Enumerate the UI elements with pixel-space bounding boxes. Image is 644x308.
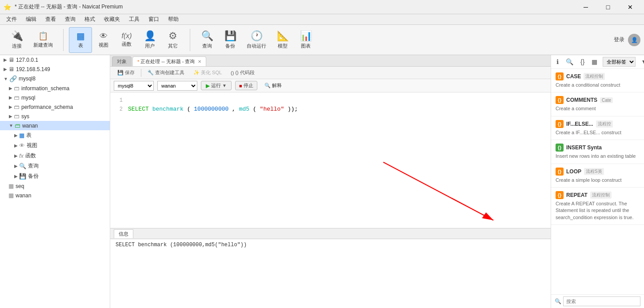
tab-object[interactable]: 对象 xyxy=(112,56,132,66)
expand-arrow-views: ▶ xyxy=(14,143,18,148)
seq-icon: ▦ xyxy=(8,183,14,189)
tables-icon: ▦ xyxy=(19,132,24,139)
connection-select[interactable]: mysql8 xyxy=(114,81,154,91)
view-button[interactable]: 👁 视图 xyxy=(92,27,115,53)
autorun-button[interactable]: 🕐 自动运行 xyxy=(242,27,271,53)
snippet-loop[interactable]: {} LOOP 流程S英 Create a simple loop constr… xyxy=(551,164,644,188)
sidebar-item-mysql-db[interactable]: ▶ 🗃 mysql xyxy=(0,93,110,102)
snippet-ifelse-badge: 流程控 xyxy=(596,120,613,128)
menu-tools[interactable]: 工具 xyxy=(124,15,144,24)
stop-button[interactable]: ■ 停止 xyxy=(235,81,257,90)
explain-button[interactable]: 🔍 解释 xyxy=(261,81,285,90)
expand-filter-icon[interactable]: ▼ xyxy=(639,57,644,66)
model-button[interactable]: 📐 模型 xyxy=(271,27,294,53)
brace-panel-icon[interactable]: {} xyxy=(579,57,586,66)
toolbar-sep-2 xyxy=(141,69,141,77)
function-button[interactable]: f(x) 函数 xyxy=(115,27,138,53)
sidebar-item-queries[interactable]: ▶ 🔍 查询 xyxy=(0,161,110,171)
sidebar-label-mysql8: mysql8 xyxy=(19,76,36,82)
sidebar-item-tables[interactable]: ▶ ▦ 表 xyxy=(0,130,110,140)
tag-filter-select[interactable]: 全部标签 xyxy=(603,57,636,67)
db-icon-perf: 🗃 xyxy=(14,104,20,110)
info-tab-info[interactable]: 信息 xyxy=(114,229,133,238)
minimize-button[interactable]: ─ xyxy=(576,0,596,14)
closing: )); xyxy=(288,106,298,112)
menu-query[interactable]: 查询 xyxy=(60,15,80,24)
window-controls: ─ □ ✕ xyxy=(576,0,640,14)
menu-edit[interactable]: 编辑 xyxy=(21,15,41,24)
line-content-1 xyxy=(128,96,551,105)
menu-window[interactable]: 窗口 xyxy=(144,15,164,24)
query-button[interactable]: 🔍 查询 xyxy=(196,27,219,53)
menu-help[interactable]: 帮助 xyxy=(164,15,183,24)
snippet-search-input[interactable] xyxy=(563,296,640,306)
paren-open: ( xyxy=(187,106,191,112)
run-dropdown-icon[interactable]: ▼ xyxy=(222,83,227,88)
table-button[interactable]: ▦ 表 xyxy=(69,27,92,53)
snippet-insert[interactable]: {} INSERT Synta Insert new rows into an … xyxy=(551,140,644,164)
sidebar-item-mysql8[interactable]: ▼ 🔗 mysql8 xyxy=(0,74,110,84)
info-panel-icon[interactable]: ℹ xyxy=(555,57,560,66)
user-button[interactable]: 👤 用户 xyxy=(138,27,161,53)
code-snippet-label: () 代码段 xyxy=(235,69,254,76)
login-area[interactable]: 登录 👤 xyxy=(614,34,640,46)
view-icon: 👁 xyxy=(100,32,108,41)
snippet-loop-title: LOOP xyxy=(566,168,581,175)
code-snippet-button[interactable]: () () 代码段 xyxy=(227,68,258,77)
sql-line-2: 2 SELECT benchmark ( 1000000000 , md5 ( … xyxy=(110,105,551,114)
server-icon-ip2: 🖥 xyxy=(8,66,14,72)
wanan2-icon: ▦ xyxy=(8,192,14,199)
sidebar-item-functions[interactable]: ▶ fx 函数 xyxy=(0,151,110,161)
title-bar: ⭐ * 正在处理 -- 无标题 - 查询 - Navicat Premium ─… xyxy=(0,0,644,14)
connect-button[interactable]: 🔌 连接 xyxy=(5,27,28,53)
snippet-repeat[interactable]: {} REPEAT 流程控制 Create A REPEAT construct… xyxy=(551,188,644,225)
sidebar-item-ip1[interactable]: ▶ 🖥 127.0.0.1 xyxy=(0,55,110,64)
snippet-ifelse-title: IF...ELSE... xyxy=(566,121,593,127)
menu-format[interactable]: 格式 xyxy=(80,15,100,24)
snippet-list: {} CASE 流程控制 Create a conditional constr… xyxy=(551,69,644,294)
sql-line-1: 1 xyxy=(110,96,551,105)
sidebar-item-ip2[interactable]: ▶ 🖥 192.168.5.149 xyxy=(0,64,110,74)
chart-button[interactable]: 📊 图表 xyxy=(294,27,317,53)
new-query-button[interactable]: 📋 新建查询 xyxy=(28,27,58,53)
sidebar-item-info-schema[interactable]: ▶ 🗃 information_schema xyxy=(0,84,110,93)
menu-view[interactable]: 查看 xyxy=(41,15,60,24)
avatar: 👤 xyxy=(628,34,640,46)
sidebar-item-sys[interactable]: ▶ 🗃 sys xyxy=(0,112,110,121)
sidebar-item-seq[interactable]: ▶ ▦ seq xyxy=(0,181,110,191)
save-button[interactable]: 💾 保存 xyxy=(114,68,138,77)
settings-panel-icon[interactable]: 🔍 xyxy=(564,57,575,66)
sidebar-item-wanan2[interactable]: ▶ ▦ wanan xyxy=(0,191,110,200)
line-content-2: SELECT benchmark ( 1000000000 , md5 ( "h… xyxy=(128,105,551,114)
stop-label: 停止 xyxy=(244,82,253,89)
tab-query[interactable]: * 正在处理 -- 无标题 - 查询 ✕ xyxy=(132,56,206,66)
grid-panel-icon[interactable]: ▦ xyxy=(590,57,599,66)
run-button[interactable]: ▶ 运行 ▼ xyxy=(201,81,232,90)
query-builder-label: 查询创建工具 xyxy=(155,69,184,76)
maximize-button[interactable]: □ xyxy=(598,0,618,14)
db-icon-info: 🗃 xyxy=(14,85,20,92)
snippet-case[interactable]: {} CASE 流程控制 Create a conditional constr… xyxy=(551,69,644,92)
snippet-comments[interactable]: {} COMMENTS Cate Create a comment xyxy=(551,92,644,116)
close-button[interactable]: ✕ xyxy=(620,0,640,14)
sidebar-item-views[interactable]: ▶ 👁 视图 xyxy=(0,140,110,151)
backup-button[interactable]: 💾 备份 xyxy=(219,27,242,53)
menu-file[interactable]: 文件 xyxy=(2,15,21,24)
snippet-ifelse[interactable]: {} IF...ELSE... 流程控 Create a IF...ELSE..… xyxy=(551,116,644,140)
query-builder-button[interactable]: 🔧 查询创建工具 xyxy=(144,68,188,77)
snippet-repeat-icon: {} xyxy=(556,191,564,199)
login-label[interactable]: 登录 xyxy=(614,36,624,44)
sidebar-item-wanan[interactable]: ▼ 🗃 wanan xyxy=(0,121,110,130)
snippet-ifelse-icon: {} xyxy=(556,120,564,128)
tab-close-button[interactable]: ✕ xyxy=(198,59,201,64)
sidebar-label-sys: sys xyxy=(21,113,29,120)
sidebar-item-perf[interactable]: ▶ 🗃 performance_schema xyxy=(0,102,110,112)
database-select[interactable]: wanan xyxy=(157,81,197,91)
sidebar-item-backups[interactable]: ▶ 💾 备份 xyxy=(0,171,110,181)
menu-favorites[interactable]: 收藏夹 xyxy=(100,15,124,24)
kw-hello: "hello" xyxy=(260,106,284,112)
views-icon: 👁 xyxy=(19,142,25,149)
beautify-button[interactable]: ✨ 美化 SQL xyxy=(190,68,225,77)
sql-editor[interactable]: 1 2 SELECT benchmark ( 1000000000 , md5 … xyxy=(110,92,551,228)
other-button[interactable]: ⚙ 其它 xyxy=(161,27,184,53)
